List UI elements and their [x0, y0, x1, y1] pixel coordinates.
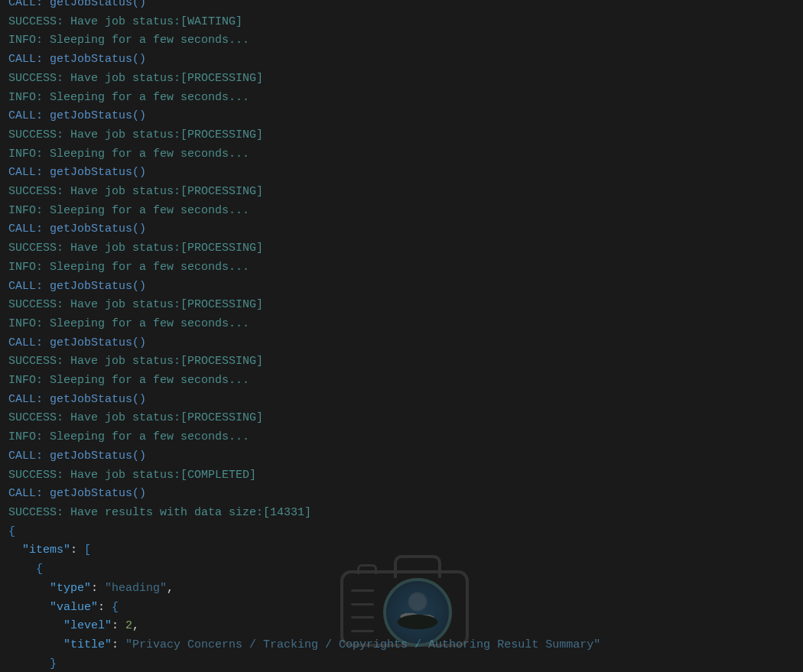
json-brace: { [112, 601, 119, 614]
json-key-level: "level" [63, 619, 112, 632]
json-line: { [8, 523, 803, 542]
indent [8, 582, 50, 595]
log-line-success: SUCCESS: Have job status:[PROCESSING] [8, 352, 803, 372]
json-value-type: "heading" [105, 582, 167, 595]
log-line-info: INFO: Sleeping for a few seconds... [8, 145, 803, 164]
log-line-call: CALL: getJobStatus() [8, 164, 803, 183]
colon: : [91, 582, 105, 595]
terminal-output[interactable]: CALL: getJobStatus()SUCCESS: Have job st… [8, 0, 803, 672]
json-line: "value": { [8, 599, 803, 618]
log-line-success: SUCCESS: Have job status:[WAITING] [8, 13, 803, 32]
log-line-success: SUCCESS: Have job status:[PROCESSING] [8, 296, 803, 315]
indent [8, 638, 63, 651]
log-line-call: CALL: getJobStatus() [8, 447, 803, 466]
log-line-info: INFO: Sleeping for a few seconds... [8, 315, 803, 334]
log-line-success: SUCCESS: Have job status:[PROCESSING] [8, 409, 803, 428]
json-key-title: "title" [63, 638, 112, 651]
json-brace: } [50, 657, 57, 670]
json-key-type: "type" [50, 582, 91, 595]
json-line: "type": "heading", [8, 579, 803, 599]
log-line-call: CALL: getJobStatus() [8, 0, 803, 13]
colon: : [98, 601, 112, 614]
colon: : [112, 619, 125, 632]
indent [8, 657, 50, 670]
json-brace: { [36, 563, 43, 576]
json-value-level: 2 [125, 619, 132, 632]
log-line-info: INFO: Sleeping for a few seconds... [8, 258, 803, 278]
log-line-call: CALL: getJobStatus() [8, 334, 803, 353]
json-line: "items": [ [8, 541, 803, 560]
log-line-call: CALL: getJobStatus() [8, 391, 803, 410]
log-line-call: CALL: getJobStatus() [8, 50, 803, 70]
json-key-value: "value" [50, 601, 98, 614]
json-bracket: [ [84, 544, 91, 557]
indent [8, 563, 36, 576]
log-line-success: SUCCESS: Have job status:[PROCESSING] [8, 183, 803, 202]
log-line-success: SUCCESS: Have job status:[PROCESSING] [8, 126, 803, 145]
indent [8, 619, 63, 632]
colon: : [70, 544, 84, 557]
json-value-title: "Privacy Concerns / Tracking / Copyright… [125, 638, 600, 651]
log-line-call: CALL: getJobStatus() [8, 485, 803, 504]
json-brace: { [8, 525, 15, 538]
log-line-success: SUCCESS: Have job status:[COMPLETED] [8, 466, 803, 485]
indent [8, 601, 50, 614]
json-line: { [8, 560, 803, 579]
log-line-call: CALL: getJobStatus() [8, 220, 803, 239]
log-line-info: INFO: Sleeping for a few seconds... [8, 428, 803, 447]
indent [8, 544, 22, 557]
log-line-success: SUCCESS: Have results with data size:[14… [8, 504, 803, 523]
log-line-info: INFO: Sleeping for a few seconds... [8, 372, 803, 391]
comma: , [167, 582, 174, 595]
json-key-items: "items" [22, 544, 70, 557]
log-line-call: CALL: getJobStatus() [8, 278, 803, 297]
log-line-info: INFO: Sleeping for a few seconds... [8, 202, 803, 221]
colon: : [112, 638, 125, 651]
comma: , [132, 619, 139, 632]
log-line-call: CALL: getJobStatus() [8, 107, 803, 126]
json-line: } [8, 655, 803, 672]
json-line: "level": 2, [8, 617, 803, 636]
log-line-info: INFO: Sleeping for a few seconds... [8, 89, 803, 108]
json-line: "title": "Privacy Concerns / Tracking / … [8, 636, 803, 655]
log-line-success: SUCCESS: Have job status:[PROCESSING] [8, 239, 803, 258]
log-line-info: INFO: Sleeping for a few seconds... [8, 31, 803, 50]
log-line-success: SUCCESS: Have job status:[PROCESSING] [8, 70, 803, 89]
